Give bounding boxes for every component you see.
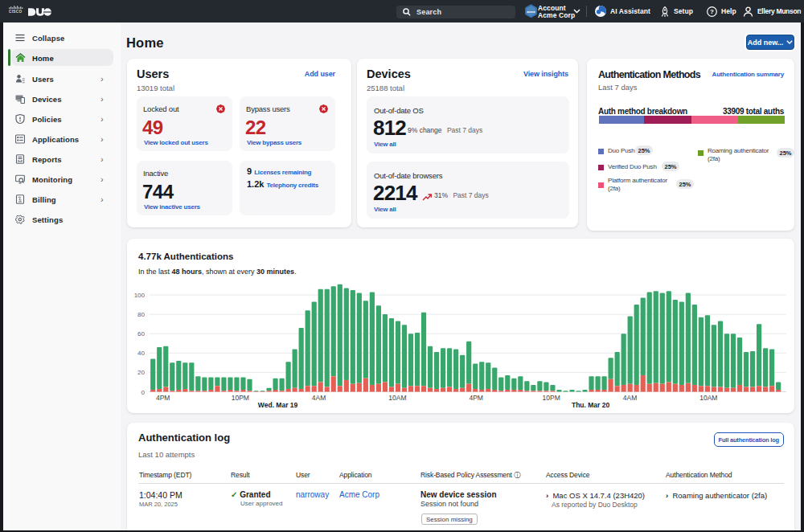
svg-text:10PM: 10PM xyxy=(232,394,249,402)
svg-text:10AM: 10AM xyxy=(699,394,717,402)
svg-text:0: 0 xyxy=(142,389,146,396)
svg-text:40: 40 xyxy=(137,350,145,357)
svg-text:100: 100 xyxy=(134,292,146,299)
svg-text:Thu. Mar 20: Thu. Mar 20 xyxy=(572,401,610,409)
svg-text:80: 80 xyxy=(137,311,145,318)
svg-text:?: ? xyxy=(710,8,714,15)
svg-text:20: 20 xyxy=(137,369,145,376)
svg-text:4PM: 4PM xyxy=(469,394,482,402)
svg-text:Wed. Mar 19: Wed. Mar 19 xyxy=(258,401,298,409)
svg-text:10PM: 10PM xyxy=(543,394,560,402)
svg-text:acme: acme xyxy=(527,10,535,14)
svg-text:60: 60 xyxy=(137,330,145,338)
svg-text:4PM: 4PM xyxy=(156,394,170,402)
svg-text:4AM: 4AM xyxy=(623,394,637,402)
svg-text:4AM: 4AM xyxy=(312,394,326,402)
svg-text:CISCO: CISCO xyxy=(9,10,22,13)
svg-text:10AM: 10AM xyxy=(388,394,406,402)
